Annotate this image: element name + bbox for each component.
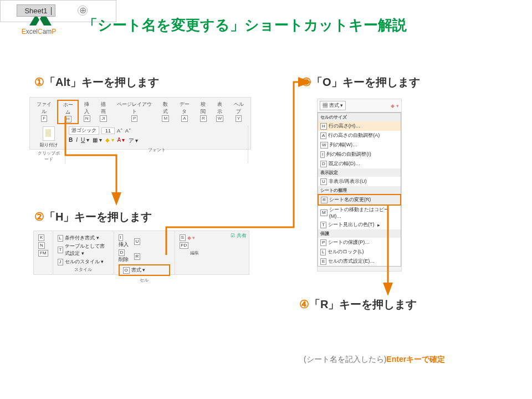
styles-label: スタイル [58,267,109,273]
font-group-label: フォント [69,147,244,153]
underline-button[interactable]: U ▾ [81,137,89,145]
grow-font-icon[interactable]: A˄ [117,128,123,134]
tab-draw[interactable]: 描画JI [95,100,112,124]
cells-group: I挿入 U D削除 R O書式 ▾ セル [114,231,175,274]
rename-sheet-highlight[interactable]: Rシート名の変更(R) [318,194,401,206]
row-height[interactable]: H行の高さ(H)… [318,121,401,131]
tab-view[interactable]: 表示W [212,100,228,124]
format-menu: セルのサイズ H行の高さ(H)… A行の高さの自動調整(A) W列の幅(W)… … [318,112,401,267]
tab-layout[interactable]: ページレイアウトP [111,100,157,124]
tab-formula[interactable]: 数式M [157,100,174,124]
step2-heading: ②「H」キーを押します [34,209,152,224]
tab-insert[interactable]: 挿入N [79,100,95,124]
menu-header-protect: 保護 [318,229,401,238]
font-group: 游ゴシック 11 A˄ A˅ B I U ▾ ▦ ▾ ◆ ▾ A ▾ ア ▾ フ… [65,125,248,163]
brand-text: ExcelCamP [17,28,61,35]
step1-heading: ①「Alt」キーを押します [34,75,159,90]
page-title: 「シート名を変更する」ショートカットキー解説 [83,16,407,35]
font-size-select[interactable]: 11 [101,127,115,134]
screenshot-step1: ファイルF ホームH 挿入N 描画JI ページレイアウトP 数式M データA 校… [29,97,251,150]
editing-group: S ◆ ▾ FD 編集 [175,231,214,274]
share-button[interactable]: ☑ 共有 [231,232,247,239]
sheet-tab-editing[interactable]: Sheet1 [17,4,55,17]
footer-note: (シート名を記入したら)Enterキーで確定 [304,355,445,365]
hide-unhide[interactable]: U非表示/再表示(U) [318,177,401,186]
bold-button[interactable]: B [69,137,73,145]
col-width[interactable]: W列の幅(W)… [318,140,401,150]
cell-styles[interactable]: Jセルのスタイル ▾ [58,258,109,265]
font-name-select[interactable]: 游ゴシック [69,126,99,135]
delete-cells[interactable]: 削除 [119,257,129,262]
clipboard-group: 貼り付け クリップボード [32,125,65,163]
paste-label: 貼り付け [35,142,62,148]
tab-color[interactable]: Tシート見出しの色(T) ▸ [318,220,401,229]
paste-icon[interactable] [43,126,55,141]
border-button[interactable]: ▦ ▾ [93,137,102,145]
format-dropdown[interactable]: ▦ 書式 ▾ [320,101,346,110]
tab-home-highlight[interactable]: ホームH [57,100,79,124]
new-sheet-icon[interactable]: ⊕ [78,6,88,16]
protect-sheet[interactable]: Pシートの保護(P)… [318,238,401,247]
step4-heading: ④「R」キーを押します [299,297,417,312]
cells-label: セル [119,277,170,283]
move-copy-sheet[interactable]: Mシートの移動またはコピー(M)… [318,205,401,220]
tab-review[interactable]: 校閲R [195,100,212,124]
format-button-highlight[interactable]: O書式 ▾ [119,264,170,276]
insert-cells[interactable]: 挿入 [119,242,129,247]
shrink-font-icon[interactable]: A˅ [125,128,131,134]
editing-label: 編集 [180,250,209,256]
fill-color-button[interactable]: ◆ ▾ [105,137,114,145]
font-color-button[interactable]: A ▾ [117,137,125,145]
tab-data[interactable]: データA [174,100,196,124]
phonetic-button[interactable]: ア ▾ [129,137,139,145]
screenshot-step3: ▦ 書式 ▾ ◆ ▾ セルのサイズ H行の高さ(H)… A行の高さの自動調整(A… [317,99,402,272]
lock-cell[interactable]: Lセルのロック(L) [318,247,401,257]
tab-file[interactable]: ファイルF [31,100,57,124]
screenshot-step2: ☑ 共有 K N FM L条件付き書式 ▾ Tテーブルとして書式設定 ▾ Jセル… [33,231,249,275]
format-as-table[interactable]: Tテーブルとして書式設定 ▾ [58,243,109,257]
format-cells[interactable]: Eセルの書式設定(E)… [318,257,401,266]
autofit-row[interactable]: A行の高さの自動調整(A) [318,131,401,140]
conditional-format[interactable]: L条件付き書式 ▾ [58,234,109,242]
tab-help[interactable]: ヘルプY [228,100,249,124]
styles-group-items: L条件付き書式 ▾ Tテーブルとして書式設定 ▾ Jセルのスタイル ▾ スタイル [53,231,114,274]
clear-icon[interactable]: ◆ ▾ [391,103,399,109]
italic-button[interactable]: I [76,137,78,145]
flow-arrows [0,0,532,399]
styles-group: K N FM [34,231,53,274]
clipboard-label: クリップボード [35,150,62,162]
menu-header-visibility: 表示設定 [318,168,401,177]
step3-heading: ③「O」キーを押します [301,75,420,90]
menu-header-size: セルのサイズ [318,113,401,121]
default-width[interactable]: D既定の幅(D)… [318,159,401,168]
menu-header-organize: シートの整理 [318,186,401,195]
autofit-col[interactable]: I列の幅の自動調整(I) [318,150,401,159]
